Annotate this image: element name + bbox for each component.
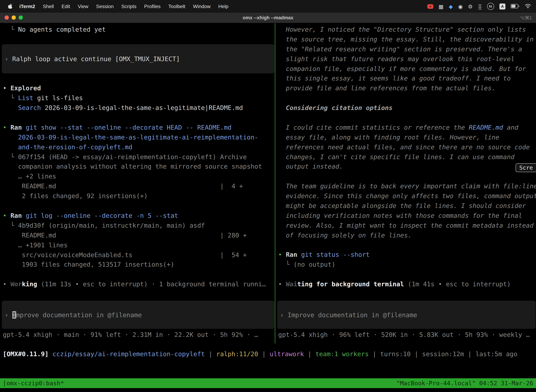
apple-menu-icon[interactable] — [5, 3, 15, 9]
text-segment: 2 files changed, 92 insertions(+) — [3, 192, 148, 200]
text-segment: changes, I can't cite specific file line… — [278, 153, 515, 160]
terminal-line: [OMX#0.11.9] cczip/essay/ai-reimplementa… — [3, 349, 533, 359]
battery-icon[interactable] — [511, 3, 519, 9]
terminal-line: … +1901 lines — [3, 240, 273, 250]
right-terminal-pane[interactable]: However, I noticed the "Directory Struct… — [275, 23, 536, 344]
text-segment: king — [22, 280, 37, 288]
terminal-line: However, I noticed the "Directory Struct… — [278, 25, 535, 34]
screen-recording-indicator[interactable] — [427, 4, 433, 9]
terminal-bottom-padding — [0, 388, 536, 392]
text-segment: • — [3, 212, 10, 219]
terminal-line: the "Related research writing" section i… — [278, 44, 535, 54]
terminal-line: essay file, along with finding root file… — [278, 132, 535, 142]
tmux-panes: └ No agents completed yet › Ralph loop a… — [0, 23, 536, 344]
macos-menu-bar: iTerm2 ShellEditViewSessionScriptsProfil… — [0, 0, 536, 13]
droplet-icon[interactable]: ◆ — [449, 4, 453, 9]
ralph-loop-banner: › Ralph loop active continue [OMX_TMUX_I… — [2, 44, 274, 74]
window-title-bar: omx --xhigh --madmax ⌥⌘1 — [0, 13, 536, 23]
terminal-line: companion analysis without altering the … — [3, 162, 273, 172]
terminal-line: └ 067f154 (HEAD -> essay/ai-reimplementa… — [3, 152, 273, 162]
terminal-line: companion file, especially if more comme… — [278, 64, 535, 74]
apple-logo-icon — [8, 3, 13, 9]
text-segment: references need actual files, and since … — [278, 143, 530, 150]
text-segment: 2026-03-09-is-legal-the-same-as-legitima… — [3, 134, 258, 141]
terminal-line: README.md | 280 + — [3, 230, 273, 240]
text-segment: evidence. Since this change only affects… — [278, 192, 536, 200]
text-segment: Explored — [10, 84, 41, 92]
close-button[interactable] — [5, 15, 9, 20]
terminal-line: └ List git ls-files — [3, 93, 273, 103]
menu-items: ShellEditViewSessionScriptsProfilesToolb… — [39, 4, 232, 9]
right-pane-lines: However, I noticed the "Directory Struct… — [278, 25, 535, 289]
screen-overlay-button[interactable]: Scre — [516, 163, 536, 172]
prompt-input-left[interactable]: › I mprove documentation in @filename — [2, 301, 274, 329]
menu-item-toolbelt[interactable]: Toolbelt — [164, 4, 189, 9]
left-terminal-pane[interactable]: └ No agents completed yet › Ralph loop a… — [0, 23, 275, 344]
text-segment: Ran — [286, 251, 301, 258]
minimize-button[interactable] — [12, 15, 16, 20]
text-segment: (no output) — [293, 261, 335, 268]
terminal-line — [278, 172, 535, 182]
menu-item-edit[interactable]: Edit — [58, 4, 74, 9]
text-segment: └ — [3, 153, 18, 160]
terminal-line: might be acceptable alongside the file l… — [278, 201, 535, 211]
zoom-button[interactable] — [19, 15, 23, 20]
text-segment — [3, 104, 18, 111]
terminal-line: 2026-03-09-is-legal-the-same-as-legitima… — [3, 132, 273, 142]
banner-text: Ralph loop active continue [OMX_TMUX_INJ… — [12, 55, 180, 62]
text-segment: Wor — [10, 280, 22, 288]
omx-status-line: [OMX#0.11.9] cczip/essay/ai-reimplementa… — [0, 349, 536, 359]
menu-item-view[interactable]: View — [74, 4, 92, 9]
menu-item-profiles[interactable]: Profiles — [140, 4, 164, 9]
text-segment: of focusing solely on file lines. — [278, 231, 412, 239]
text-segment: └ — [3, 222, 18, 229]
gear-icon[interactable]: ⚙ — [468, 4, 473, 9]
menu-app-name[interactable]: iTerm2 — [15, 4, 39, 9]
app-grid-icon[interactable]: ⣿ — [478, 4, 482, 9]
input-source-icon[interactable]: A — [499, 3, 505, 9]
traffic-lights — [5, 15, 23, 20]
text-segment: git show --stat --oneline --decorate HEA… — [26, 124, 231, 131]
text-segment: List — [18, 94, 34, 102]
terminal-line: slight risk that future readers may over… — [278, 54, 535, 64]
terminal-line: • Waiting for background terminal (1m 41… — [278, 279, 535, 289]
text-segment: README.md — [469, 124, 503, 131]
text-segment: └ — [278, 261, 293, 268]
terminal-line: output instead. — [278, 162, 535, 172]
terminal-line: 1903 files changed, 513517 insertions(+) — [3, 260, 273, 270]
prompt-input-right[interactable]: › Improve documentation in @filename — [277, 301, 536, 329]
grid-icon[interactable]: ▦ — [438, 4, 443, 9]
record-button-icon[interactable]: ◉ — [458, 4, 463, 9]
input-text: mprove documentation in @filename — [16, 311, 142, 318]
prompt-chevron: › — [5, 311, 12, 318]
battery-percent-badge[interactable]: 61 — [487, 3, 494, 10]
wifi-icon[interactable] — [525, 3, 531, 9]
text-segment: provide file and line references from th… — [278, 84, 495, 92]
terminal-line: Search 2026-03-09-is-legal-the-same-as-l… — [3, 103, 273, 113]
text-segment: (11m 13s • esc to interrupt) — [37, 280, 148, 288]
text-segment: [OMX#0.11.9] — [3, 350, 53, 358]
terminal-line: • Ran git show --stat --oneline --decora… — [3, 123, 273, 132]
terminal-line: evidence. Since this change only affects… — [278, 191, 535, 201]
menu-item-help[interactable]: Help — [214, 4, 232, 9]
terminal-line: references need actual files, and since … — [278, 142, 535, 152]
text-segment: including verification notes with those … — [278, 212, 522, 219]
menu-item-scripts[interactable]: Scripts — [117, 4, 140, 9]
text-segment: • — [3, 124, 10, 131]
input-text: Improve documentation in @filename — [287, 311, 417, 318]
iterm2-window: iTerm2 ShellEditViewSessionScriptsProfil… — [0, 0, 536, 392]
text-segment: output instead. — [278, 163, 343, 170]
banner-prompt-chevron: › — [5, 55, 12, 62]
terminal-body: └ No agents completed yet › Ralph loop a… — [0, 23, 536, 392]
terminal-line: Considering citation options — [278, 103, 535, 113]
menu-item-session[interactable]: Session — [92, 4, 117, 9]
menu-item-window[interactable]: Window — [189, 4, 215, 9]
text-segment: ralph:11/20 — [216, 350, 258, 358]
menu-item-shell[interactable]: Shell — [39, 4, 58, 9]
text-segment: 1903 files changed, 513517 insertions(+) — [3, 261, 174, 268]
text-segment: • — [278, 251, 286, 258]
text-segment: | — [304, 350, 315, 358]
text-segment: • — [278, 280, 286, 288]
terminal-line: src/voice/voiceModeEnabled.ts | 54 + — [3, 250, 273, 260]
terminal-line: … +2 lines — [3, 172, 273, 182]
